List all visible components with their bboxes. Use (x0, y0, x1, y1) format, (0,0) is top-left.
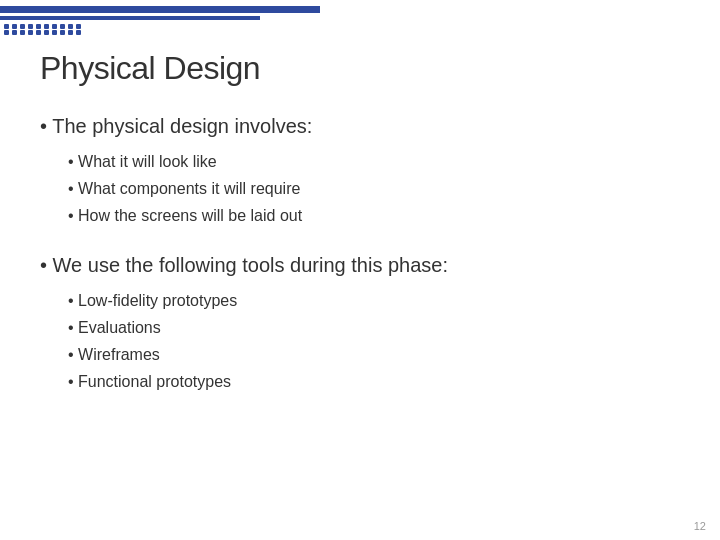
sub-bullet-1-3: How the screens will be laid out (68, 202, 690, 229)
dot (36, 30, 41, 35)
dot (36, 24, 41, 29)
dot (60, 30, 65, 35)
slide-title: Physical Design (40, 50, 690, 87)
sub-bullet-1-1: What it will look like (68, 148, 690, 175)
dot (4, 24, 9, 29)
sub-bullet-2-1: Low-fidelity prototypes (68, 287, 690, 314)
section-2: We use the following tools during this p… (40, 254, 690, 396)
dot (4, 30, 9, 35)
section-1-sub-bullets: What it will look like What components i… (40, 148, 690, 230)
dot (12, 30, 17, 35)
header-decoration (0, 0, 720, 38)
sub-bullet-2-2: Evaluations (68, 314, 690, 341)
section-2-main-bullet: We use the following tools during this p… (40, 254, 690, 277)
section-1: The physical design involves: What it wi… (40, 115, 690, 230)
dot (68, 24, 73, 29)
dot (52, 30, 57, 35)
dot (12, 24, 17, 29)
slide-number: 12 (694, 520, 706, 532)
dot (44, 24, 49, 29)
section-1-main-bullet: The physical design involves: (40, 115, 690, 138)
dot (76, 24, 81, 29)
header-dots-row-1 (0, 24, 81, 29)
slide-container: Physical Design The physical design invo… (0, 0, 720, 540)
dot (28, 24, 33, 29)
dot (52, 24, 57, 29)
dot (20, 24, 25, 29)
sub-bullet-2-4: Functional prototypes (68, 368, 690, 395)
dot (76, 30, 81, 35)
slide-content: Physical Design The physical design invo… (40, 50, 690, 510)
sub-bullet-1-2: What components it will require (68, 175, 690, 202)
dot (44, 30, 49, 35)
dot (68, 30, 73, 35)
sub-bullet-2-3: Wireframes (68, 341, 690, 368)
dot (60, 24, 65, 29)
header-blue-bar (0, 6, 320, 13)
section-2-sub-bullets: Low-fidelity prototypes Evaluations Wire… (40, 287, 690, 396)
dot (20, 30, 25, 35)
dot (28, 30, 33, 35)
header-blue-bar-2 (0, 16, 260, 20)
header-dots-row-2 (0, 30, 81, 35)
